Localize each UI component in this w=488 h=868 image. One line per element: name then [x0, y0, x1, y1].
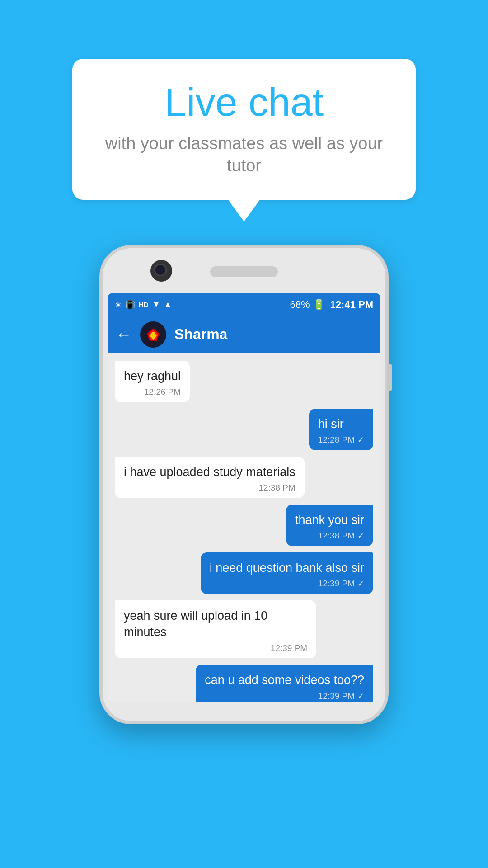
message-time: 12:39 PM [318, 690, 355, 702]
avatar: S [140, 321, 166, 348]
promo-card: Live chat with your classmates as well a… [72, 59, 416, 200]
message-1: hey raghul 12:26 PM [115, 361, 190, 402]
message-text: hi sir [318, 416, 364, 432]
message-meta: 12:39 PM ✓ [205, 690, 364, 702]
chat-messages: hey raghul 12:26 PM hi sir 12:28 PM ✓ i … [108, 353, 380, 702]
chat-header: ← S Sharma [108, 316, 380, 353]
wifi-icon: ▼ [152, 300, 160, 309]
promo-subtitle: with your classmates as well as your tut… [98, 132, 390, 177]
message-time: 12:39 PM [271, 642, 307, 654]
message-time: 12:38 PM [318, 530, 355, 542]
message-5: i need question bank also sir 12:39 PM ✓ [201, 552, 373, 594]
status-left-icons: ∗ 📳 HD ▼ ▲ [115, 300, 172, 310]
signal-icon: ▲ [164, 300, 172, 309]
phone-screen: ∗ 📳 HD ▼ ▲ 68% 🔋 12:41 PM ← [108, 293, 380, 702]
message-meta: 12:39 PM ✓ [210, 578, 364, 590]
status-time: 12:41 PM [330, 299, 373, 311]
message-time: 12:28 PM [318, 434, 355, 446]
contact-name: Sharma [174, 326, 227, 343]
status-bar: ∗ 📳 HD ▼ ▲ 68% 🔋 12:41 PM [108, 293, 380, 316]
message-text: can u add some videos too?? [205, 672, 364, 688]
vibrate-icon: 📳 [125, 300, 135, 310]
message-text: yeah sure will upload in 10 minutes [124, 608, 307, 641]
check-icon: ✓ [357, 434, 364, 445]
check-icon: ✓ [357, 691, 364, 702]
phone-side-button [387, 364, 392, 391]
message-2: hi sir 12:28 PM ✓ [309, 409, 373, 450]
svg-text:S: S [151, 331, 155, 340]
message-meta: 12:28 PM ✓ [318, 434, 364, 446]
promo-title: Live chat [98, 80, 390, 124]
message-text: i need question bank also sir [210, 560, 364, 576]
message-3: i have uploaded study materials 12:38 PM [115, 457, 305, 498]
back-button[interactable]: ← [116, 325, 132, 344]
phone-mockup: ∗ 📳 HD ▼ ▲ 68% 🔋 12:41 PM ← [99, 245, 389, 724]
message-text: hey raghul [124, 368, 181, 384]
superman-logo-icon: S [143, 325, 163, 344]
message-time: 12:39 PM [318, 578, 355, 590]
message-time: 12:26 PM [144, 386, 181, 398]
message-7: can u add some videos too?? 12:39 PM ✓ [196, 665, 373, 701]
bluetooth-icon: ∗ [115, 300, 122, 310]
check-icon: ✓ [357, 530, 364, 541]
message-meta: 12:26 PM [124, 386, 181, 398]
phone-speaker [210, 266, 278, 277]
check-icon: ✓ [357, 578, 364, 589]
message-text: i have uploaded study materials [124, 464, 296, 480]
message-6: yeah sure will upload in 10 minutes 12:3… [115, 600, 316, 659]
message-text: thank you sir [295, 512, 364, 528]
phone-camera [150, 260, 172, 282]
battery-percent: 68% [290, 299, 310, 311]
message-meta: 12:39 PM [124, 642, 307, 654]
message-meta: 12:38 PM ✓ [295, 530, 364, 542]
message-4: thank you sir 12:38 PM ✓ [286, 505, 373, 546]
hd-icon: HD [139, 301, 149, 308]
status-right-area: 68% 🔋 12:41 PM [290, 299, 373, 311]
battery-icon: 🔋 [313, 299, 325, 311]
message-meta: 12:38 PM [124, 482, 296, 494]
message-time: 12:38 PM [258, 482, 295, 494]
